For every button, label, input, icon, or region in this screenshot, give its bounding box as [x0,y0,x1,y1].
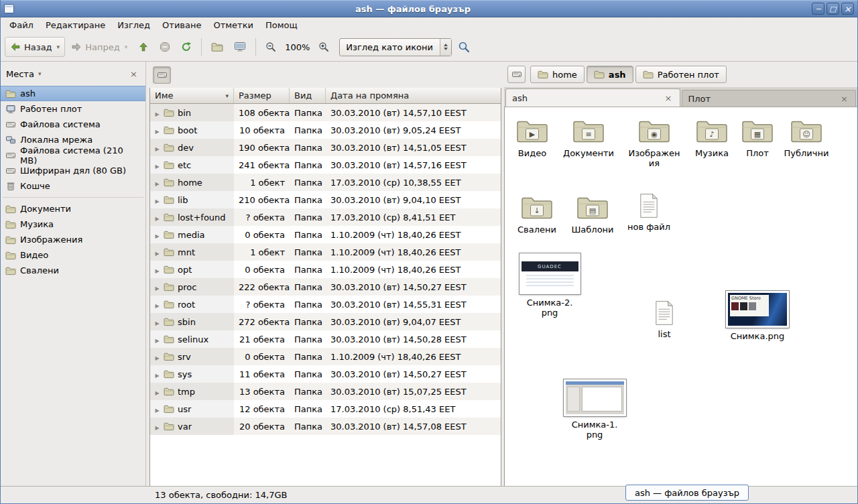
column-header-size[interactable]: Размер [234,88,290,103]
expander-icon[interactable] [153,282,162,292]
sidebar-item[interactable]: Работен плот [1,101,145,117]
grid-image-item[interactable]: GNOME Store Снимка.png [721,291,794,341]
grid-folder-item[interactable]: Свалени [507,194,566,235]
sidebar-item[interactable]: Шифриран дял (80 GB) [1,163,145,178]
sidebar-item[interactable]: Кошче [1,178,145,194]
sidebar-item[interactable]: Файлова система (210 MB) [1,147,145,163]
path-button[interactable]: home [530,66,585,83]
column-header-type[interactable]: Вид [290,88,326,103]
expander-icon[interactable] [153,265,162,275]
file-row[interactable]: var 20 обекта Папка 30.03.2010 (вт) 14,5… [150,418,501,435]
path-button[interactable]: Работен плот [635,66,727,83]
sidebar-item[interactable]: Музика [1,216,145,232]
zoom-in-button[interactable] [314,37,334,57]
grid-image-item[interactable]: Снимка-1.png [558,379,631,440]
file-row[interactable]: tmp 13 обекта Папка 30.03.2010 (вт) 15,0… [150,383,501,400]
maximize-button[interactable] [826,3,839,15]
root-location-button[interactable] [507,66,526,83]
forward-history-icon[interactable] [125,44,128,50]
expander-icon[interactable] [153,352,162,362]
home-button[interactable] [206,37,228,57]
expander-icon[interactable] [153,160,162,170]
file-row[interactable]: sbin 272 обекта Папка 30.03.2010 (вт) 9,… [150,313,501,330]
up-button[interactable] [133,37,154,57]
expander-icon[interactable] [153,247,162,257]
sidebar-item[interactable]: Свалени [1,263,145,278]
tab[interactable]: Плот [682,90,857,107]
back-button[interactable]: Назад [5,37,65,57]
expander-icon[interactable] [153,334,162,344]
expander-icon[interactable] [153,212,162,223]
sidebar-item[interactable]: Файлова система [1,117,145,132]
grid-file-item[interactable]: нов файл [619,193,678,232]
root-location-button[interactable] [153,66,171,84]
file-row[interactable]: opt 0 обекта Папка 1.10.2009 (чт) 18,40,… [150,261,501,278]
grid-folder-item[interactable]: Шаблони [563,194,622,235]
expander-icon[interactable] [153,300,162,310]
sidebar-item[interactable]: Видео [1,247,145,263]
forward-button[interactable]: Напред [66,37,132,57]
stop-button[interactable] [155,37,175,57]
file-row[interactable]: boot 10 обекта Папка 30.03.2010 (вт) 9,0… [150,121,501,139]
grid-folder-item[interactable]: Публични [777,118,836,158]
expander-icon[interactable] [153,195,162,205]
sidebar-close-icon[interactable] [127,68,140,80]
places-dropdown-icon[interactable] [38,70,42,77]
expander-icon[interactable] [153,404,162,414]
file-row[interactable]: root ? обекта Папка 30.03.2010 (вт) 14,5… [150,296,501,313]
file-row[interactable]: lost+found ? обекта Папка 17.03.2010 (ср… [150,208,501,226]
file-row[interactable]: dev 190 обекта Папка 30.03.2010 (вт) 14,… [150,139,501,156]
expander-icon[interactable] [153,108,162,118]
expander-icon[interactable] [153,125,162,135]
file-row[interactable]: lib 210 обекта Папка 30.03.2010 (вт) 9,0… [150,191,501,208]
sidebar-item[interactable]: Изображения [1,232,145,247]
expander-icon[interactable] [153,230,162,240]
grid-file-item[interactable]: list [635,300,694,339]
path-button[interactable]: ash [587,66,633,83]
expander-icon[interactable] [153,143,162,153]
column-header-date[interactable]: Дата на промяна [326,88,501,103]
grid-folder-item[interactable]: Видео [504,118,562,158]
column-header-name[interactable]: Име [150,88,234,103]
file-row[interactable]: sys 11 обекта Папка 30.03.2010 (вт) 14,5… [150,365,501,383]
sidebar-item[interactable]: ash [1,86,145,101]
file-row[interactable]: home 1 обект Папка 17.03.2010 (ср) 10,38… [150,174,501,191]
menu-item[interactable]: Отметки [207,19,259,32]
file-row[interactable]: selinux 21 обекта Папка 30.03.2010 (вт) … [150,330,501,348]
search-button[interactable] [453,37,475,57]
file-row[interactable]: proc 222 обекта Папка 30.03.2010 (вт) 14… [150,278,501,296]
file-row[interactable]: srv 0 обекта Папка 1.10.2009 (чт) 18,40,… [150,348,501,365]
file-row[interactable]: usr 12 обекта Папка 17.03.2010 (ср) 8,51… [150,400,501,418]
title-bar[interactable]: ash — файлов браузър [1,0,857,17]
expander-icon[interactable] [153,387,162,397]
sidebar-item-label: Файлова система [20,119,101,129]
minimize-button[interactable] [812,3,824,15]
menu-item[interactable]: Файл [3,19,40,32]
file-row[interactable]: media 0 обекта Папка 1.10.2009 (чт) 18,4… [150,226,501,243]
menu-item[interactable]: Редактиране [40,19,111,32]
file-row[interactable]: mnt 1 обект Папка 1.10.2009 (чт) 18,40,2… [150,243,501,261]
zoom-out-button[interactable] [261,37,281,57]
menu-item[interactable]: Отиване [156,19,207,32]
expander-icon[interactable] [153,369,162,379]
tab-close-icon[interactable] [839,94,849,104]
file-row[interactable]: etc 241 обекта Папка 30.03.2010 (вт) 14,… [150,156,501,174]
tab-close-icon[interactable] [664,93,674,103]
close-button[interactable] [841,3,854,15]
back-history-icon[interactable] [57,44,60,50]
expander-icon[interactable] [153,422,162,432]
computer-button[interactable] [229,37,251,57]
menu-item[interactable]: Изглед [111,19,156,32]
sidebar-item[interactable]: Документи [1,201,145,216]
grid-folder-item[interactable]: Документи [559,118,618,158]
tab[interactable]: ash [505,88,680,107]
file-row[interactable]: bin 108 обекта Папка 30.03.2010 (вт) 14,… [150,104,501,121]
expander-icon[interactable] [153,317,162,327]
grid-image-item[interactable]: GUADEC Снимка-2.png [515,253,585,318]
reload-button[interactable] [176,37,196,57]
grid-folder-item[interactable]: Изображения [627,118,681,168]
menu-item[interactable]: Помощ [259,19,304,32]
view-selector[interactable]: Изглед като икони [339,38,452,56]
window-list-button[interactable]: ash — файлов браузър [625,485,749,501]
expander-icon[interactable] [153,178,162,188]
